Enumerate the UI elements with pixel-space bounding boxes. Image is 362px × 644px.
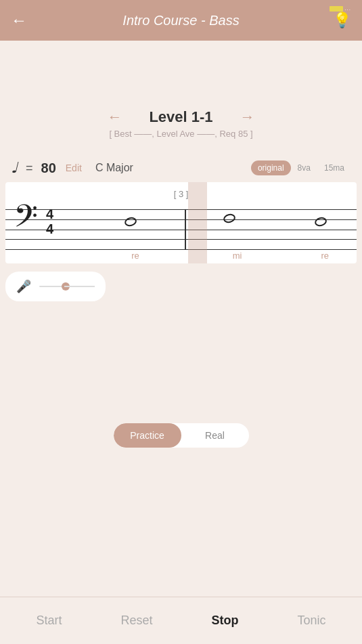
note-head-2	[222, 213, 236, 224]
time-sig-top: 4	[46, 207, 53, 221]
time-signature: 4 4	[46, 207, 53, 236]
level-title: Level 1-1	[149, 108, 212, 126]
reset-button[interactable]: Reset	[110, 607, 163, 635]
tempo-bar: ♩ = 80 Edit C Major original 8va 15ma	[0, 159, 362, 177]
microphone-icon: 🎤	[16, 279, 31, 294]
level-nav: ← Level 1-1 →	[107, 108, 254, 126]
version-tab-original[interactable]: original	[251, 160, 291, 175]
level-section: ← Level 1-1 → [ Best ——, Level Ave ——, R…	[0, 108, 362, 139]
battery-dots: ...	[344, 5, 351, 12]
solfege-label-2: mi	[233, 251, 242, 261]
tempo-note-symbol: ♩	[11, 159, 18, 177]
level-subtitle: [ Best ——, Level Ave ——, Req 85 ]	[109, 129, 252, 139]
start-button[interactable]: Start	[25, 607, 72, 635]
mic-bar: 🎤	[5, 272, 106, 301]
note-head-3	[313, 216, 327, 228]
battery-bar	[330, 6, 343, 12]
note-2	[223, 214, 235, 223]
prev-level-button[interactable]: ←	[107, 108, 122, 126]
tempo-bpm: 80	[41, 160, 56, 176]
solfege-label-1: re	[131, 251, 139, 261]
staff-line-5	[5, 249, 357, 250]
bass-clef: 𝄢	[14, 201, 38, 239]
measure-number: [ 3 ]	[174, 189, 189, 199]
staff-line-3	[5, 230, 357, 230]
score-container: [ 3 ] 𝄢 4 4	[5, 182, 357, 263]
tonic-button[interactable]: Tonic	[286, 607, 336, 635]
header: ← Intro Course - Bass 💡 ...	[0, 0, 362, 41]
solfege-label-3: re	[321, 251, 330, 261]
header-title: Intro Course - Bass	[122, 13, 239, 28]
bulb-icon[interactable]: 💡	[333, 12, 351, 29]
tempo-edit-button[interactable]: Edit	[66, 163, 82, 173]
version-tab-8va[interactable]: 8va	[291, 160, 317, 175]
staff-lines	[5, 209, 357, 250]
stop-button[interactable]: Stop	[200, 607, 249, 635]
staff-line-1	[5, 209, 357, 210]
highlight-bar	[188, 182, 207, 263]
staff-line-4	[5, 239, 357, 240]
mic-slider[interactable]	[39, 286, 95, 287]
tempo-equals: =	[26, 161, 33, 175]
mic-slider-line	[64, 286, 95, 287]
mode-toggle: Practice Real	[114, 423, 249, 448]
next-level-button[interactable]: →	[240, 108, 255, 126]
practice-button[interactable]: Practice	[114, 423, 181, 448]
version-tabs: original 8va 15ma	[251, 160, 351, 175]
note-1	[125, 217, 137, 226]
score-inner: [ 3 ] 𝄢 4 4	[5, 182, 357, 263]
bar-line	[185, 209, 186, 250]
staff-line-2	[5, 219, 357, 220]
back-button[interactable]: ←	[11, 11, 27, 30]
time-sig-bottom: 4	[46, 221, 53, 236]
battery-indicator: ...	[330, 5, 351, 12]
version-tab-15ma[interactable]: 15ma	[317, 160, 351, 175]
tempo-key: C Major	[95, 162, 133, 174]
bottom-nav: Start Reset Stop Tonic	[0, 597, 362, 644]
note-3	[315, 217, 327, 226]
note-head-1	[124, 216, 138, 228]
real-button[interactable]: Real	[181, 423, 249, 448]
